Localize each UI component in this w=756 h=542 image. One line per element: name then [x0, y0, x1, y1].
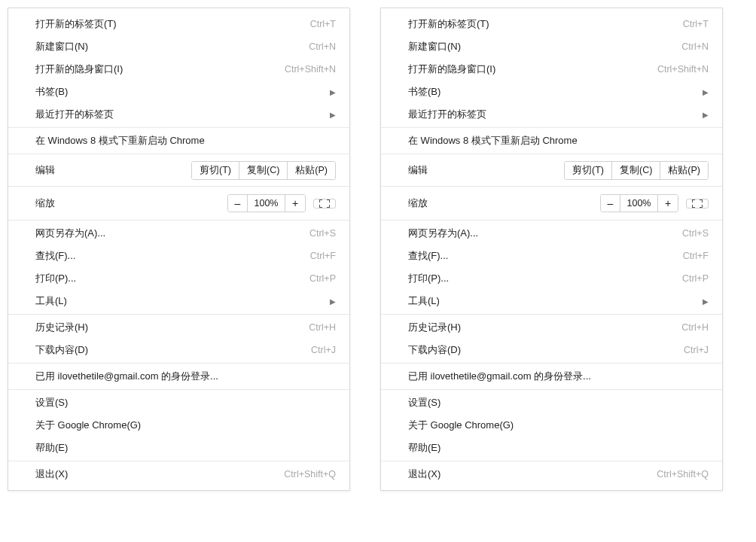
menu-item-s3-0[interactable]: 网页另存为(A)...Ctrl+S — [381, 222, 722, 245]
chevron-right-icon: ▶ — [330, 297, 336, 306]
menu-item-label: 帮助(E) — [408, 441, 709, 455]
menu-item-s1-2[interactable]: 打开新的隐身窗口(I)Ctrl+Shift+N — [8, 58, 349, 81]
menu-item-shortcut: Ctrl+Shift+Q — [284, 469, 336, 480]
chevron-right-icon: ▶ — [330, 111, 336, 119]
menu-item-s4-1[interactable]: 下载内容(D)Ctrl+J — [8, 339, 349, 361]
paste-button[interactable]: 粘贴(P) — [288, 162, 335, 179]
menu-item-s6-2[interactable]: 帮助(E) — [8, 437, 349, 459]
menu-item-s3-2[interactable]: 打印(P)...Ctrl+P — [8, 267, 349, 290]
menu-item-label: 网页另存为(A)... — [35, 227, 309, 240]
menu-item-label: 最近打开的标签页 — [35, 108, 324, 121]
menu-item-s1-2[interactable]: 打开新的隐身窗口(I)Ctrl+Shift+N — [381, 58, 722, 81]
menu-item-s5-0[interactable]: 已用 ilovethetile@gmail.com 的身份登录... — [381, 365, 722, 388]
menu-item-label: 网页另存为(A)... — [408, 227, 682, 240]
chevron-right-icon: ▶ — [703, 111, 709, 119]
zoom-value: 100% — [620, 195, 658, 212]
zoom-value: 100% — [248, 195, 285, 212]
menu-item-label: 最近打开的标签页 — [408, 108, 697, 121]
zoom-out-button[interactable]: – — [228, 195, 248, 212]
menu-item-s5-0[interactable]: 已用 ilovethetile@gmail.com 的身份登录... — [8, 365, 349, 388]
menu-item-shortcut: Ctrl+S — [682, 228, 709, 239]
cut-button[interactable]: 剪切(T) — [192, 162, 239, 179]
menu-item-shortcut: Ctrl+H — [681, 322, 709, 333]
fullscreen-button[interactable] — [313, 199, 336, 209]
menu-item-s1-0[interactable]: 打开新的标签页(T)Ctrl+T — [381, 13, 722, 35]
menu-item-s2-0[interactable]: 在 Windows 8 模式下重新启动 Chrome — [381, 129, 722, 152]
menu-item-label: 退出(X) — [35, 467, 284, 481]
menu-item-shortcut: Ctrl+J — [684, 345, 709, 355]
menu-item-label: 打印(P)... — [408, 272, 682, 285]
edit-label: 编辑 — [408, 163, 564, 177]
menu-item-s1-1[interactable]: 新建窗口(N)Ctrl+N — [381, 35, 722, 58]
menu-item-s3-1[interactable]: 查找(F)...Ctrl+F — [8, 245, 349, 267]
menu-item-s6-1[interactable]: 关于 Google Chrome(G) — [8, 414, 349, 437]
menu-item-label: 查找(F)... — [408, 249, 683, 263]
menu-item-s6-0[interactable]: 设置(S) — [381, 391, 722, 414]
menu-item-label: 新建窗口(N) — [35, 40, 309, 53]
menu-item-label: 在 Windows 8 模式下重新启动 Chrome — [408, 134, 709, 148]
menu-item-label: 已用 ilovethetile@gmail.com 的身份登录... — [35, 370, 336, 383]
chrome-menu-left: 打开新的标签页(T)Ctrl+T新建窗口(N)Ctrl+N打开新的隐身窗口(I)… — [8, 8, 350, 491]
menu-item-label: 退出(X) — [408, 467, 657, 481]
fullscreen-icon — [319, 199, 330, 208]
menu-item-label: 打开新的标签页(T) — [35, 17, 310, 31]
menu-item-s4-0[interactable]: 历史记录(H)Ctrl+H — [8, 316, 349, 339]
menu-item-s1-4[interactable]: 最近打开的标签页▶ — [8, 103, 349, 126]
menu-item-s1-3[interactable]: 书签(B)▶ — [381, 81, 722, 103]
edit-label: 编辑 — [35, 163, 191, 177]
menu-item-s1-1[interactable]: 新建窗口(N)Ctrl+N — [8, 35, 349, 58]
copy-button[interactable]: 复制(C) — [612, 162, 660, 179]
menu-item-label: 关于 Google Chrome(G) — [35, 419, 336, 432]
menu-item-label: 下载内容(D) — [408, 343, 684, 357]
zoom-in-button[interactable]: + — [658, 195, 678, 212]
chevron-right-icon: ▶ — [703, 297, 709, 306]
menu-item-s6-1[interactable]: 关于 Google Chrome(G) — [381, 414, 722, 437]
menu-item-shortcut: Ctrl+Shift+N — [285, 64, 336, 75]
zoom-label: 缩放 — [35, 196, 227, 210]
menu-item-shortcut: Ctrl+P — [309, 273, 336, 284]
menu-item-label: 关于 Google Chrome(G) — [408, 419, 709, 432]
menu-item-label: 历史记录(H) — [35, 321, 309, 334]
menu-item-s3-1[interactable]: 查找(F)...Ctrl+F — [381, 245, 722, 267]
menu-item-shortcut: Ctrl+N — [309, 41, 336, 52]
menu-item-shortcut: Ctrl+S — [309, 228, 336, 239]
menu-item-s4-0[interactable]: 历史记录(H)Ctrl+H — [381, 316, 722, 339]
menu-item-s4-1[interactable]: 下载内容(D)Ctrl+J — [381, 339, 722, 361]
menu-item-shortcut: Ctrl+T — [310, 19, 336, 29]
menu-item-s3-3[interactable]: 工具(L)▶ — [381, 290, 722, 312]
menu-item-s3-3[interactable]: 工具(L)▶ — [8, 290, 349, 312]
menu-item-shortcut: Ctrl+F — [683, 251, 709, 261]
menu-item-s1-4[interactable]: 最近打开的标签页▶ — [381, 103, 722, 126]
menu-item-label: 打开新的隐身窗口(I) — [35, 62, 285, 76]
copy-button[interactable]: 复制(C) — [239, 162, 288, 179]
menu-item-s3-0[interactable]: 网页另存为(A)...Ctrl+S — [8, 222, 349, 245]
menu-item-label: 新建窗口(N) — [408, 40, 681, 53]
menu-item-s6-2[interactable]: 帮助(E) — [381, 437, 722, 459]
menu-item-shortcut: Ctrl+Shift+N — [657, 64, 709, 75]
menu-item-shortcut: Ctrl+J — [311, 345, 336, 355]
menu-item-s2-0[interactable]: 在 Windows 8 模式下重新启动 Chrome — [8, 129, 349, 152]
paste-button[interactable]: 粘贴(P) — [660, 162, 708, 179]
menu-item-label: 设置(S) — [35, 396, 336, 410]
edit-row: 编辑剪切(T)复制(C)粘贴(P) — [8, 156, 349, 184]
zoom-row: 缩放–100%+ — [381, 188, 722, 218]
menu-item-shortcut: Ctrl+F — [310, 251, 336, 261]
cut-button[interactable]: 剪切(T) — [565, 162, 612, 179]
menu-item-s1-0[interactable]: 打开新的标签页(T)Ctrl+T — [8, 13, 349, 35]
chevron-right-icon: ▶ — [703, 88, 709, 96]
menu-item-s7-0[interactable]: 退出(X)Ctrl+Shift+Q — [8, 463, 349, 486]
menu-item-label: 设置(S) — [408, 396, 709, 410]
menu-item-label: 打开新的隐身窗口(I) — [408, 62, 657, 76]
zoom-in-button[interactable]: + — [285, 195, 305, 212]
menu-item-s7-0[interactable]: 退出(X)Ctrl+Shift+Q — [381, 463, 722, 486]
menu-item-s6-0[interactable]: 设置(S) — [8, 391, 349, 414]
zoom-out-button[interactable]: – — [601, 195, 620, 212]
menu-item-shortcut: Ctrl+Shift+Q — [657, 469, 709, 480]
fullscreen-button[interactable] — [686, 199, 709, 209]
edit-row: 编辑剪切(T)复制(C)粘贴(P) — [381, 156, 722, 184]
menu-item-shortcut: Ctrl+P — [682, 273, 709, 284]
menu-item-s1-3[interactable]: 书签(B)▶ — [8, 81, 349, 103]
menu-item-s3-2[interactable]: 打印(P)...Ctrl+P — [381, 267, 722, 290]
menu-item-shortcut: Ctrl+N — [681, 41, 709, 52]
menu-item-shortcut: Ctrl+T — [683, 19, 709, 29]
